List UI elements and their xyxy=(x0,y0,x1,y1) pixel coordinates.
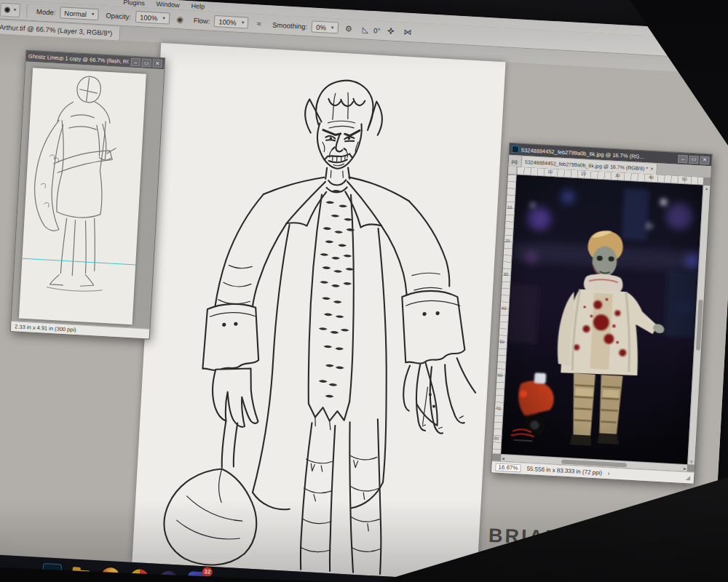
ruler-label: 10 xyxy=(507,205,512,210)
ruler-label: 70 xyxy=(496,406,501,410)
minimize-button[interactable]: – xyxy=(130,58,141,67)
reference-photo[interactable] xyxy=(501,175,703,465)
monitor-screen: Plugins Window Help ▾ Mode: Normal ▾ Opa… xyxy=(0,0,728,582)
scrollbar-thumb[interactable] xyxy=(695,300,703,351)
arthur-line-art xyxy=(132,43,505,581)
ruler-label: 50 xyxy=(682,177,687,181)
sketch-pasteboard[interactable] xyxy=(12,62,165,329)
ruler-label: 60 xyxy=(497,372,502,377)
opacity-select[interactable]: 100% ▾ xyxy=(135,11,170,25)
chevron-down-icon: ▾ xyxy=(162,15,165,21)
media-player-icon: ▶ xyxy=(159,570,178,582)
ruler-label: 30 xyxy=(503,272,508,276)
taskbar-media-player[interactable]: ▶ xyxy=(157,569,179,582)
opacity-label: Opacity: xyxy=(106,11,131,20)
brush-angle-control[interactable]: ◺ 0° xyxy=(359,23,381,37)
airbrush-icon[interactable]: ≈ xyxy=(253,17,266,30)
sketch-window: Ghostz Lineup 1 copy @ 66.7% (flash, RGB… xyxy=(10,50,165,340)
notification-badge: 32 xyxy=(202,567,213,577)
artist-signature: BRIANNA CHERRYGARCIA xyxy=(488,525,599,564)
ruler-label: 80 xyxy=(494,436,499,440)
chevron-down-icon: ▾ xyxy=(13,7,16,13)
zoom-level-field[interactable]: 16.67% xyxy=(495,463,521,472)
gear-icon[interactable]: ⚙ xyxy=(342,22,355,35)
smoothing-label: Smoothing: xyxy=(272,20,308,31)
close-icon[interactable]: × xyxy=(650,166,654,172)
taskbar-file-explorer[interactable] xyxy=(71,564,92,582)
sketch-doc-dimensions: 2.33 in x 4.91 in (300 ppi) xyxy=(15,323,76,333)
maximize-button[interactable]: ▭ xyxy=(141,58,151,67)
flow-select[interactable]: 100% ▾ xyxy=(214,15,249,29)
ruler-label: 40 xyxy=(501,306,506,311)
angle-icon: ◺ xyxy=(359,23,372,36)
flow-label: Flow: xyxy=(194,16,210,25)
signature-line1: BRIANNA xyxy=(488,525,599,550)
status-menu-arrow[interactable]: › xyxy=(608,470,610,477)
ruler-label: 10 xyxy=(547,170,553,174)
signature-line2: CHERRYGARCIA xyxy=(488,549,598,565)
symmetry-icon[interactable]: ⋈ xyxy=(401,25,414,39)
ruler-label: 40 xyxy=(649,175,654,180)
smoothing-value: 0% xyxy=(316,23,326,31)
pressure-opacity-icon[interactable]: ◉ xyxy=(173,12,186,25)
zombie-cosplay-photo xyxy=(501,175,703,465)
opacity-value: 100% xyxy=(140,13,158,22)
photoshop-icon: Ps xyxy=(42,563,62,582)
chevron-down-icon: ▾ xyxy=(242,20,245,25)
reference-window: 53248884452_feb2799a0b_6k.jpg @ 16.7% (R… xyxy=(491,143,713,485)
flow-value: 100% xyxy=(218,17,237,26)
scroll-left-icon[interactable]: ◀ xyxy=(502,455,505,460)
main-canvas[interactable] xyxy=(132,43,505,581)
reference-doc-dimensions: 55.556 in x 83.333 in (72 ppi) xyxy=(526,466,602,477)
pressure-size-icon[interactable]: ✜ xyxy=(384,25,397,38)
blend-mode-select[interactable]: Normal ▾ xyxy=(60,7,99,20)
brush-tip-icon xyxy=(4,6,10,12)
file-explorer-icon xyxy=(72,570,90,582)
ruler-label: 30 xyxy=(615,173,620,178)
chrome-icon xyxy=(130,568,149,582)
ghost-sketch-drawing xyxy=(19,68,146,324)
sketch-canvas[interactable] xyxy=(19,68,146,324)
chevron-down-icon: ▾ xyxy=(92,12,95,17)
scroll-right-icon[interactable]: ▶ xyxy=(684,466,687,470)
tab-partial[interactable]: pg xyxy=(509,156,523,167)
taskbar-chrome[interactable] xyxy=(128,567,150,582)
scroll-up-icon[interactable]: ▲ xyxy=(705,186,708,191)
brush-preset-picker[interactable]: ▾ xyxy=(0,2,20,17)
minimize-button[interactable]: – xyxy=(678,154,688,163)
mode-label: Mode: xyxy=(36,7,56,16)
ruler-label: 50 xyxy=(499,340,505,344)
resize-grip-icon[interactable]: ◢ xyxy=(686,474,691,481)
ruler-label: 20 xyxy=(581,171,586,175)
maximize-button[interactable]: ▭ xyxy=(689,155,699,164)
ruler-label: 20 xyxy=(505,239,510,243)
taskbar-photoshop[interactable]: Ps xyxy=(41,562,63,582)
taskbar-firefox[interactable] xyxy=(99,565,121,582)
file-thumbnail-icon xyxy=(512,146,520,154)
ruler-corner xyxy=(508,167,518,175)
chevron-down-icon: ▾ xyxy=(331,25,334,31)
scroll-down-icon[interactable]: ▼ xyxy=(689,459,693,463)
taskbar-chat-app[interactable]: 32 xyxy=(186,570,208,582)
close-button[interactable]: ✕ xyxy=(152,59,162,68)
blend-mode-value: Normal xyxy=(64,9,87,18)
firefox-icon xyxy=(100,567,119,582)
smoothing-select[interactable]: 0% ▾ xyxy=(312,20,339,33)
reference-document-area: 10 20 30 40 50 10 20 30 40 50 60 70 80 xyxy=(492,167,711,472)
close-button[interactable]: ✕ xyxy=(700,156,710,164)
angle-value: 0° xyxy=(373,26,381,34)
separator xyxy=(25,4,27,17)
